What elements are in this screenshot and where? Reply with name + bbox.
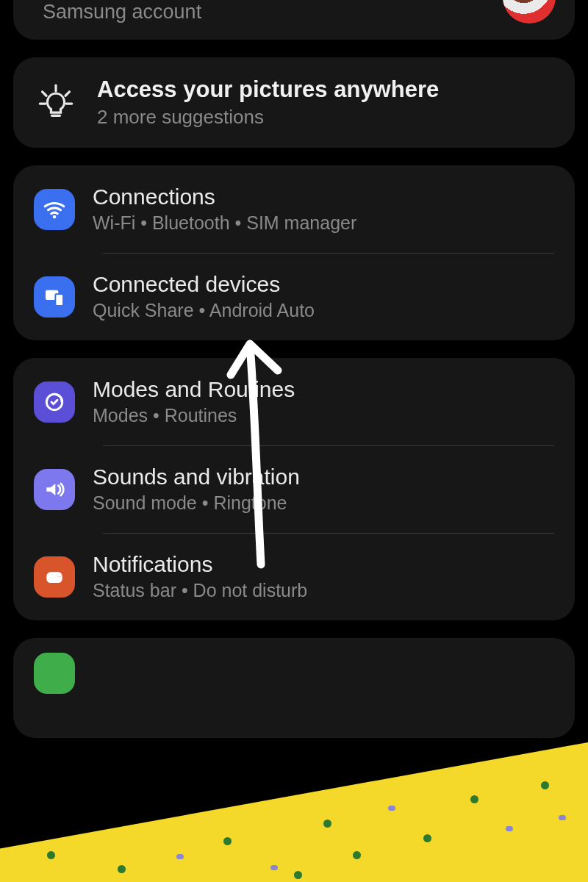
svg-line-2	[65, 91, 69, 95]
decorative-banner	[0, 742, 588, 882]
row-title: Notifications	[93, 552, 307, 577]
sound-icon	[34, 469, 75, 510]
modes-routines-row[interactable]: Modes and Routines Modes • Routines	[13, 358, 575, 445]
display-icon	[34, 653, 75, 694]
svg-rect-8	[55, 294, 63, 306]
notifications-icon	[34, 556, 75, 598]
account-label: Samsung account	[43, 1, 201, 24]
svg-line-1	[43, 91, 46, 95]
svg-point-12	[57, 572, 62, 576]
samsung-account-row[interactable]: Samsung account	[13, 0, 575, 40]
connected-devices-row[interactable]: Connected devices Quick Share • Android …	[13, 253, 575, 340]
row-title: Connections	[93, 184, 356, 209]
row-subtitle: Wi-Fi • Bluetooth • SIM manager	[93, 212, 356, 234]
sounds-vibration-row[interactable]: Sounds and vibration Sound mode • Ringto…	[13, 445, 575, 533]
row-subtitle: Modes • Routines	[93, 405, 295, 426]
connected-devices-icon	[34, 276, 75, 318]
wifi-icon	[34, 189, 75, 230]
routines-icon	[34, 381, 75, 423]
row-subtitle: Quick Share • Android Auto	[93, 300, 315, 321]
settings-group-3	[13, 638, 575, 738]
suggestion-subtitle: 2 more suggestions	[97, 106, 439, 129]
suggestion-title: Access your pictures anywhere	[97, 76, 439, 103]
settings-group-2: Modes and Routines Modes • Routines Soun…	[13, 358, 575, 620]
row-title: Modes and Routines	[93, 377, 295, 402]
row-subtitle: Status bar • Do not disturb	[93, 580, 307, 601]
row-title: Connected devices	[93, 272, 315, 297]
settings-group-1: Connections Wi-Fi • Bluetooth • SIM mana…	[13, 165, 575, 340]
row-subtitle: Sound mode • Ringtone	[93, 492, 300, 514]
lightbulb-icon	[35, 82, 76, 123]
connections-row[interactable]: Connections Wi-Fi • Bluetooth • SIM mana…	[13, 165, 575, 253]
suggestion-card[interactable]: Access your pictures anywhere 2 more sug…	[13, 57, 575, 148]
svg-point-6	[53, 215, 57, 218]
avatar[interactable]	[503, 0, 556, 24]
notifications-row[interactable]: Notifications Status bar • Do not distur…	[13, 533, 575, 620]
row-title: Sounds and vibration	[93, 465, 300, 490]
